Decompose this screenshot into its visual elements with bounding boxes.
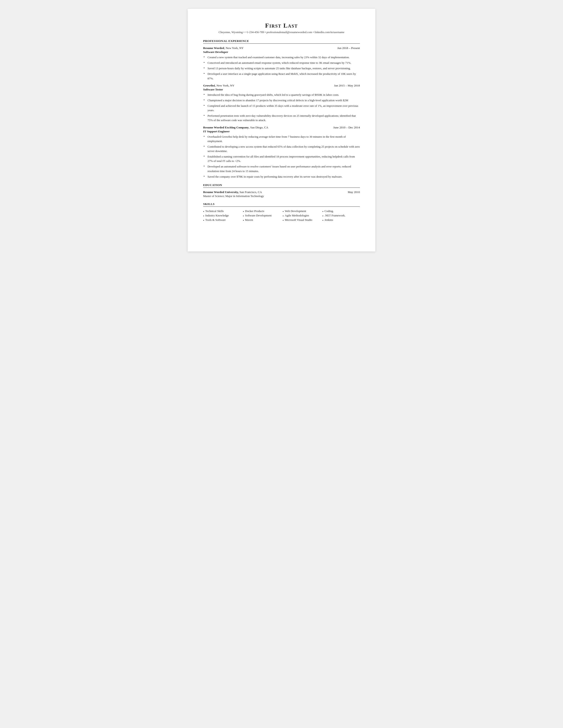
bullet-3-2: Contributed to developing a new access s… bbox=[203, 144, 360, 153]
bullet-3-5: Saved the company over $78K in repair co… bbox=[203, 174, 360, 179]
resume-page: First Last Cheyenne, Wyoming • +1-234-45… bbox=[188, 9, 375, 251]
skill-label-4-3: Jenkins bbox=[325, 218, 333, 222]
bullet-1-3: Saved 13 person-hours daily by writing s… bbox=[203, 66, 360, 71]
company-location-3: San Diego, CA bbox=[250, 126, 268, 129]
job-entry-1: Resume Worded, New York, NY Jun 2018 – P… bbox=[203, 46, 360, 81]
bullet-3-3: Established a naming convention for all … bbox=[203, 154, 360, 163]
job-dates-3: June 2010 – Dec 2014 bbox=[333, 126, 360, 129]
contact-info: Cheyenne, Wyoming • +1-234-456-789 • pro… bbox=[203, 30, 360, 34]
skills-col-4: ● Coding. ● .NET Framework. ● Jenkins bbox=[322, 209, 360, 222]
edu-school-info-1: Resume Worded University, San Francisco,… bbox=[203, 190, 262, 194]
job-role-1: Software Developer bbox=[203, 50, 360, 54]
skill-label-4-1: Coding. bbox=[325, 209, 334, 213]
skill-3-3: ● Microsoft Visual Studio bbox=[283, 218, 320, 222]
skill-1-2: ● Industry Knowledge bbox=[203, 214, 241, 217]
company-name-1: Resume Worded bbox=[203, 46, 224, 50]
edu-school-location-1: San Francisco, CA bbox=[239, 190, 262, 194]
job-role-2: Software Tester bbox=[203, 88, 360, 91]
skills-col-3: ● Web Development ● Agile Methodologies … bbox=[283, 209, 320, 222]
skill-label-2-3: Maven bbox=[245, 218, 253, 222]
skill-label-1-2: Industry Knowledge bbox=[205, 214, 229, 217]
skill-label-3-1: Web Development bbox=[285, 209, 306, 213]
job-company-location-3: Resume Worded Exciting Company, San Dieg… bbox=[203, 126, 268, 129]
company-location-2: New York, NY bbox=[216, 84, 234, 87]
skill-3-1: ● Web Development bbox=[283, 209, 320, 213]
header: First Last Cheyenne, Wyoming • +1-234-45… bbox=[203, 22, 360, 34]
experience-section: Professional Experience Resume Worded, N… bbox=[203, 39, 360, 179]
job-dates-1: Jun 2018 – Present bbox=[337, 46, 360, 50]
skill-bullet-icon: ● bbox=[322, 215, 324, 217]
skill-2-3: ● Maven bbox=[243, 218, 280, 222]
job-entry-2: Growthsi, New York, NY Jan 2015 – May 20… bbox=[203, 84, 360, 123]
skill-label-1-1: Technical Skills bbox=[205, 209, 224, 213]
job-header-2: Growthsi, New York, NY Jan 2015 – May 20… bbox=[203, 84, 360, 87]
skill-bullet-icon: ● bbox=[283, 210, 284, 212]
job-dates-2: Jan 2015 – May 2018 bbox=[334, 84, 360, 87]
skill-label-1-3: Tools & Software bbox=[205, 218, 226, 222]
company-name-3: Resume Worded Exciting Company bbox=[203, 126, 248, 129]
bullet-2-2: Championed a major decision to abandon 1… bbox=[203, 98, 360, 103]
bullet-3-4: Developed an automated software to resol… bbox=[203, 164, 360, 173]
job-role-3: IT Support Engineer bbox=[203, 130, 360, 133]
edu-dates-1: May 2010 bbox=[348, 190, 360, 194]
skill-bullet-icon: ● bbox=[322, 219, 324, 221]
company-name-2: Growthsi bbox=[203, 84, 215, 87]
skill-label-2-1: Docker Products bbox=[245, 209, 264, 213]
skill-2-2: ● Software Development bbox=[243, 214, 280, 217]
edu-degree-1: Master of Science; Major in Information … bbox=[203, 194, 360, 198]
skill-label-4-2: .NET Framework. bbox=[325, 214, 346, 217]
skill-4-3: ● Jenkins bbox=[322, 218, 360, 222]
job-company-location-2: Growthsi, New York, NY bbox=[203, 84, 234, 87]
job-company-location-1: Resume Worded, New York, NY bbox=[203, 46, 243, 50]
skill-bullet-icon: ● bbox=[203, 219, 204, 221]
skills-col-2: ● Docker Products ● Software Development… bbox=[243, 209, 280, 222]
skill-bullet-icon: ● bbox=[283, 219, 284, 221]
bullet-1-2: Conceived and introduced an automated em… bbox=[203, 61, 360, 65]
edu-school-name-1: Resume Worded University, bbox=[203, 190, 239, 194]
skill-1-3: ● Tools & Software bbox=[203, 218, 241, 222]
edu-entry-1: Resume Worded University, San Francisco,… bbox=[203, 190, 360, 198]
job-bullets-3: Overhauled Growthsi help desk by reducin… bbox=[203, 135, 360, 179]
skill-bullet-icon: ● bbox=[283, 215, 284, 217]
skills-grid: ● Technical Skills ● Industry Knowledge … bbox=[203, 209, 360, 222]
skill-label-3-2: Agile Methodologies bbox=[285, 214, 309, 217]
skill-4-2: ● .NET Framework. bbox=[322, 214, 360, 217]
skill-label-3-3: Microsoft Visual Studio bbox=[285, 218, 313, 222]
skill-bullet-icon: ● bbox=[322, 210, 324, 212]
skill-bullet-icon: ● bbox=[243, 210, 244, 212]
job-entry-3: Resume Worded Exciting Company, San Dieg… bbox=[203, 126, 360, 179]
skill-label-2-2: Software Development bbox=[245, 214, 271, 217]
company-location-1: New York, NY bbox=[226, 46, 243, 50]
skill-bullet-icon: ● bbox=[203, 215, 204, 217]
candidate-name: First Last bbox=[203, 22, 360, 29]
bullet-3-1: Overhauled Growthsi help desk by reducin… bbox=[203, 135, 360, 143]
skill-3-2: ● Agile Methodologies bbox=[283, 214, 320, 217]
edu-header-1: Resume Worded University, San Francisco,… bbox=[203, 190, 360, 194]
skill-1-1: ● Technical Skills bbox=[203, 209, 241, 213]
education-section: Education Resume Worded University, San … bbox=[203, 183, 360, 198]
skill-bullet-icon: ● bbox=[243, 219, 244, 221]
bullet-2-1: Introduced the idea of bug fixing during… bbox=[203, 93, 360, 97]
bullet-2-3: Completed and achieved the launch of 15 … bbox=[203, 104, 360, 113]
job-header-1: Resume Worded, New York, NY Jun 2018 – P… bbox=[203, 46, 360, 50]
skill-bullet-icon: ● bbox=[243, 215, 244, 217]
job-bullets-2: Introduced the idea of bug fixing during… bbox=[203, 93, 360, 123]
bullet-1-1: Created a new system that tracked and ex… bbox=[203, 55, 360, 60]
skill-bullet-icon: ● bbox=[203, 210, 204, 212]
job-bullets-1: Created a new system that tracked and ex… bbox=[203, 55, 360, 81]
education-section-title: Education bbox=[203, 183, 360, 188]
skills-col-1: ● Technical Skills ● Industry Knowledge … bbox=[203, 209, 241, 222]
bullet-1-4: Developed a user interface as a single-p… bbox=[203, 72, 360, 81]
skills-section: Skills ● Technical Skills ● Industry Kno… bbox=[203, 202, 360, 222]
bullet-2-4: Performed penetration tests with zero-da… bbox=[203, 114, 360, 122]
job-header-3: Resume Worded Exciting Company, San Dieg… bbox=[203, 126, 360, 129]
experience-section-title: Professional Experience bbox=[203, 39, 360, 44]
company-separator-2: , bbox=[215, 84, 216, 87]
skill-4-1: ● Coding. bbox=[322, 209, 360, 213]
skills-section-title: Skills bbox=[203, 202, 360, 207]
skill-2-1: ● Docker Products bbox=[243, 209, 280, 213]
